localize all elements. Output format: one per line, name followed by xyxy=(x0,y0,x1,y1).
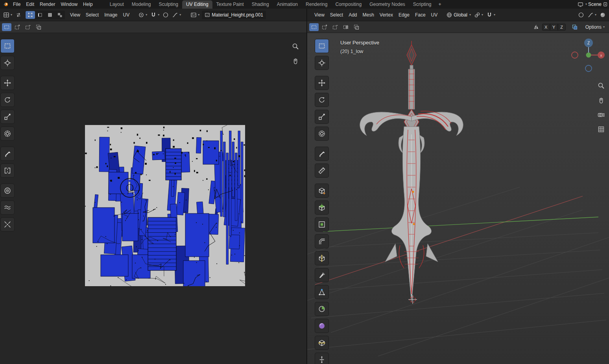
tab-layout[interactable]: Layout xyxy=(106,0,128,9)
mirror-y-toggle[interactable]: Y xyxy=(550,24,558,31)
uv-menu-image[interactable]: Image xyxy=(102,11,120,18)
snap-overlap-button[interactable] xyxy=(570,23,579,31)
uv-face-mode-button[interactable] xyxy=(45,11,55,19)
uv-select-mode-extend-button[interactable] xyxy=(13,23,22,31)
uv-island-mode-button[interactable] xyxy=(55,11,65,19)
annotate-tool[interactable] xyxy=(315,147,328,160)
bevel-tool[interactable] xyxy=(315,235,328,248)
uv-proportional-editing-toggle[interactable] xyxy=(161,10,170,20)
relax-tool[interactable] xyxy=(1,201,14,214)
rotate-tool[interactable] xyxy=(1,93,14,107)
select-box-tool[interactable] xyxy=(1,39,14,53)
show-overlays-toggle[interactable] xyxy=(598,10,607,20)
measure-tool[interactable] xyxy=(315,164,328,177)
shrink-fatten-tool[interactable] xyxy=(315,353,328,364)
menu-window[interactable]: Window xyxy=(58,1,80,8)
mirror-z-toggle[interactable]: Z xyxy=(558,24,566,31)
scale-tool[interactable] xyxy=(315,110,328,123)
viewport-body[interactable]: User Perspective (20) 1_low Z x xyxy=(307,33,609,364)
add-cube-tool[interactable] xyxy=(315,184,328,197)
uv-select-mode-new-button[interactable] xyxy=(2,23,11,31)
viewport-zoom-icon[interactable] xyxy=(596,81,606,90)
annotate-tool[interactable] xyxy=(1,147,14,160)
mirror-button[interactable] xyxy=(531,23,541,31)
camera-view-icon[interactable] xyxy=(596,110,606,119)
tab-uv-editing[interactable]: UV Editing xyxy=(182,0,212,9)
tab-modeling[interactable]: Modeling xyxy=(128,0,155,9)
select-mode-subtract-button[interactable] xyxy=(330,23,340,31)
viewport-menu-select[interactable]: Select xyxy=(327,11,346,18)
falloff-selector[interactable]: ▾ xyxy=(586,10,598,20)
uv-select-mode-subtract-button[interactable] xyxy=(23,23,33,31)
uv-sync-selection-toggle[interactable] xyxy=(14,10,23,20)
menu-help[interactable]: Help xyxy=(80,1,96,8)
extrude-region-tool[interactable] xyxy=(315,201,328,214)
viewport-pan-icon[interactable] xyxy=(596,96,606,105)
move-tool[interactable] xyxy=(1,76,14,90)
edge-slide-tool[interactable] xyxy=(315,336,328,349)
select-mode-new-button[interactable] xyxy=(309,23,319,31)
orientation-selector[interactable]: Global ▾ xyxy=(445,10,472,20)
image-browse-button[interactable]: ▾ xyxy=(189,10,201,20)
viewport-menu-face[interactable]: Face xyxy=(412,11,428,18)
tab-sculpting[interactable]: Sculpting xyxy=(155,0,182,9)
uv-menu-select[interactable]: Select xyxy=(83,11,102,18)
transform-tool[interactable] xyxy=(315,127,328,140)
viewport-menu-uv[interactable]: UV xyxy=(428,11,441,18)
scene-selector[interactable]: ▾ Scene xyxy=(578,2,609,7)
menu-render[interactable]: Render xyxy=(37,1,58,8)
poly-build-tool[interactable] xyxy=(315,285,328,299)
select-mode-invert-button[interactable] xyxy=(341,23,351,31)
snap-toggle[interactable]: ▾ xyxy=(485,10,496,20)
new-scene-icon[interactable] xyxy=(603,2,608,7)
loop-cut-tool[interactable] xyxy=(315,252,328,265)
tab-rendering[interactable]: Rendering xyxy=(302,0,331,9)
tab-animation[interactable]: Animation xyxy=(273,0,302,9)
proportional-editing-toggle[interactable] xyxy=(577,10,585,20)
tab-shading[interactable]: Shading xyxy=(248,0,273,9)
smooth-tool[interactable] xyxy=(315,319,328,333)
rip-region-tool[interactable] xyxy=(1,164,14,177)
options-dropdown[interactable]: Options ▾ xyxy=(583,23,607,31)
inset-faces-tool[interactable] xyxy=(315,218,328,231)
uv-menu-uv[interactable]: UV xyxy=(120,11,133,18)
viewport-menu-view[interactable]: View xyxy=(312,11,327,18)
viewport-menu-add[interactable]: Add xyxy=(346,11,360,18)
rotate-tool[interactable] xyxy=(315,93,328,107)
uv-edge-mode-button[interactable] xyxy=(35,11,45,19)
navigation-gizmo[interactable]: Z x xyxy=(570,37,607,76)
select-mode-intersect-button[interactable] xyxy=(352,23,361,31)
add-workspace-button[interactable]: + xyxy=(436,1,445,9)
scene-dropdown-chevron[interactable]: ▾ xyxy=(585,3,587,6)
spin-tool[interactable] xyxy=(315,302,328,316)
grab-tool[interactable] xyxy=(1,184,14,197)
uv-vertex-mode-button[interactable] xyxy=(26,11,35,19)
ortho-toggle-icon[interactable] xyxy=(596,125,606,134)
uv-zoom-icon[interactable] xyxy=(291,42,300,51)
tab-compositing[interactable]: Compositing xyxy=(331,0,365,9)
select-box-tool[interactable] xyxy=(315,39,328,53)
uv-pivot-point-selector[interactable]: ▾ xyxy=(137,10,148,20)
pinch-tool[interactable] xyxy=(1,218,14,231)
uv-falloff-selector[interactable]: ▾ xyxy=(171,10,182,20)
uv-pan-icon[interactable] xyxy=(291,56,300,66)
transform-tool[interactable] xyxy=(1,127,14,140)
gizmo-y-ball[interactable] xyxy=(586,53,591,58)
knife-tool[interactable] xyxy=(315,268,328,282)
menu-file[interactable]: File xyxy=(10,1,23,8)
snap-with-selector[interactable]: ▾ xyxy=(473,10,484,20)
uv-select-mode-intersect-button[interactable] xyxy=(34,23,43,31)
image-datablock-field[interactable]: Material_Height.png.001 xyxy=(202,11,266,19)
select-mode-extend-button[interactable] xyxy=(320,23,329,31)
uv-snap-toggle[interactable]: ▾ xyxy=(149,10,161,20)
uv-menu-view[interactable]: View xyxy=(67,11,83,18)
tab-scripting[interactable]: Scripting xyxy=(409,0,436,9)
tab-texture-paint[interactable]: Texture Paint xyxy=(212,0,248,9)
blender-logo-icon[interactable] xyxy=(2,1,9,8)
editor-type-selector[interactable]: ▾ xyxy=(2,10,13,20)
2d-cursor-tool[interactable] xyxy=(1,56,14,70)
viewport-menu-vertex[interactable]: Vertex xyxy=(377,11,396,18)
mirror-x-toggle[interactable]: X xyxy=(542,24,550,31)
scale-tool[interactable] xyxy=(1,110,14,123)
move-tool[interactable] xyxy=(315,76,328,90)
